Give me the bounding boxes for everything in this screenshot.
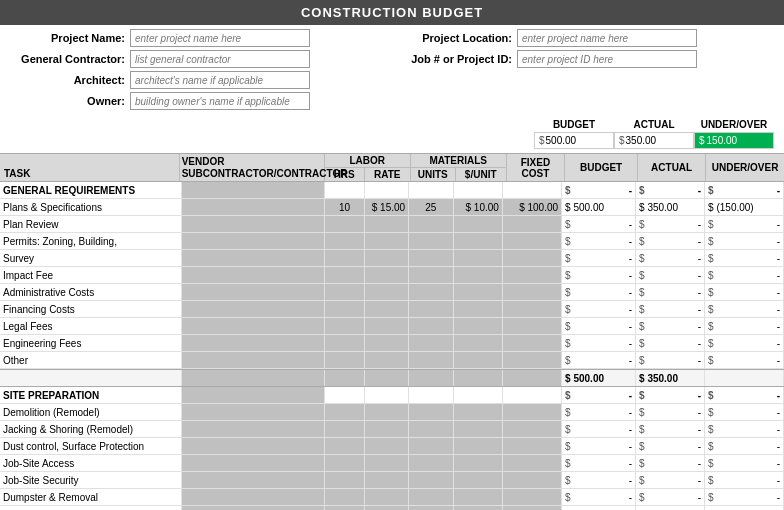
cell-hrs (325, 182, 365, 198)
cell-vendor[interactable] (182, 335, 325, 351)
cell-actual: $- (636, 489, 705, 505)
cell-overunder: $- (705, 318, 784, 334)
cell-units (409, 335, 453, 351)
cell-actual: $- (636, 233, 705, 249)
cell-rate (365, 250, 409, 266)
cell-budget: $- (562, 335, 636, 351)
job-id-input[interactable] (517, 50, 697, 68)
cell-hrs (325, 267, 365, 283)
cell-vendor[interactable] (182, 216, 325, 232)
cell-vendor[interactable] (182, 489, 325, 505)
subtotal-row: $ 500.00$ 350.00 (0, 369, 784, 387)
cell-units (409, 438, 453, 454)
cell-units (409, 233, 453, 249)
table-row: Permits: Zoning, Building,$-$-$- (0, 233, 784, 250)
cell-vendor[interactable] (182, 233, 325, 249)
cell-units (409, 352, 453, 368)
summary-budget-cell: $ 500.00 (534, 132, 614, 149)
cell-fixed (503, 301, 562, 317)
cell-overunder: $- (705, 216, 784, 232)
cell-rate (365, 233, 409, 249)
cell-task: Plans & Specifications (0, 199, 182, 215)
cell-vendor[interactable] (182, 455, 325, 471)
cell-unit-cost (454, 284, 503, 300)
cell-task: Job-Site Security (0, 472, 182, 488)
cell-actual: $- (636, 267, 705, 283)
cell-rate (365, 301, 409, 317)
cell-vendor[interactable] (182, 404, 325, 420)
project-location-label: Project Location: (397, 32, 517, 44)
cell-task: Permits: Zoning, Building, (0, 233, 182, 249)
cell-vendor[interactable] (182, 438, 325, 454)
cell-vendor[interactable] (182, 318, 325, 334)
cell-vendor[interactable] (182, 352, 325, 368)
project-location-input[interactable] (517, 29, 697, 47)
cell-overunder: $- (705, 233, 784, 249)
cell-actual: $- (636, 182, 705, 198)
summary-actual-cell: $ 350.00 (614, 132, 694, 149)
cell-overunder: $- (705, 182, 784, 198)
cell-fixed: $ 100.00 (503, 199, 562, 215)
cell-budget: $- (562, 301, 636, 317)
cell-unit-cost (454, 182, 503, 198)
cell-overunder: $- (705, 284, 784, 300)
page-title: CONSTRUCTION BUDGET (301, 5, 483, 20)
table-row: Plan Review$-$-$- (0, 216, 784, 233)
cell-budget: $- (562, 404, 636, 420)
general-contractor-input[interactable] (130, 50, 310, 68)
cell-units (409, 421, 453, 437)
cell-vendor[interactable] (182, 267, 325, 283)
cell-fixed (503, 216, 562, 232)
cell-units (409, 404, 453, 420)
table-row: Engineering Fees$-$-$- (0, 335, 784, 352)
cell-fixed (503, 472, 562, 488)
cell-vendor (182, 182, 325, 198)
cell-overunder: $- (705, 335, 784, 351)
materials-header: MATERIALS (411, 154, 506, 168)
cell-overunder: $- (705, 267, 784, 283)
table-row: SITE PREPARATION$-$-$- (0, 387, 784, 404)
cell-rate (365, 472, 409, 488)
cell-fixed (503, 352, 562, 368)
cell-task: Engineering Fees (0, 335, 182, 351)
cell-budget: $- (562, 489, 636, 505)
cell-fixed (503, 250, 562, 266)
cell-vendor[interactable] (182, 506, 325, 510)
cell-vendor[interactable] (182, 421, 325, 437)
cell-rate (365, 404, 409, 420)
cell-budget: $- (562, 267, 636, 283)
cell-vendor[interactable] (182, 199, 325, 215)
cell-fixed (503, 318, 562, 334)
project-name-input[interactable] (130, 29, 310, 47)
cell-hrs (325, 506, 365, 510)
cell-rate (365, 335, 409, 351)
cell-units (409, 472, 453, 488)
table-row: Survey$-$-$- (0, 250, 784, 267)
cell-rate (365, 387, 409, 403)
subtotal-budget: $ 500.00 (562, 370, 636, 386)
cell-task: Plan Review (0, 216, 182, 232)
cell-overunder: $- (705, 506, 784, 510)
cell-unit-cost (454, 455, 503, 471)
cell-actual: $- (636, 216, 705, 232)
budget-col-header: BUDGET (565, 154, 638, 181)
cell-vendor[interactable] (182, 472, 325, 488)
cell-vendor[interactable] (182, 301, 325, 317)
cell-unit-cost (454, 267, 503, 283)
owner-input[interactable] (130, 92, 310, 110)
cell-overunder: $- (705, 421, 784, 437)
cell-overunder: $- (705, 472, 784, 488)
cell-unit-cost (454, 421, 503, 437)
actual-header: ACTUAL (614, 117, 694, 132)
cell-task: Financing Costs (0, 301, 182, 317)
table-row: Legal Fees$-$-$- (0, 318, 784, 335)
cell-hrs (325, 233, 365, 249)
table-row: Financing Costs$-$-$- (0, 301, 784, 318)
cell-vendor[interactable] (182, 284, 325, 300)
architect-label: Architect: (10, 74, 130, 86)
architect-input[interactable] (130, 71, 310, 89)
cell-budget: $- (562, 387, 636, 403)
cell-overunder: $- (705, 438, 784, 454)
cell-vendor[interactable] (182, 250, 325, 266)
cell-task: Dust control, Surface Protection (0, 438, 182, 454)
